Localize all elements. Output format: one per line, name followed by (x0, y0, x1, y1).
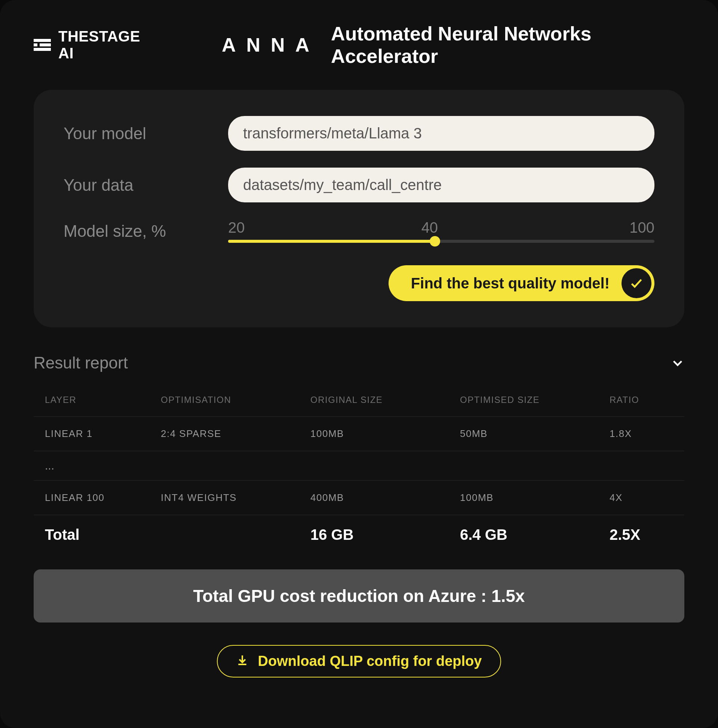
slider-fill (228, 240, 435, 243)
slider-track[interactable] (228, 240, 654, 243)
table-row-total: Total 16 GB 6.4 GB 2.5X (34, 515, 684, 554)
report-table: LAYER OPTIMISATION ORIGINAL SIZE OPTIMIS… (34, 384, 684, 554)
report-header[interactable]: Result report (34, 353, 684, 372)
cell-ratio: 4X (610, 492, 673, 503)
page-title: ANNA Automated Neural Networks Accelerat… (222, 23, 684, 67)
brand-name: THESTAGE AI (58, 28, 154, 62)
table-header-row: LAYER OPTIMISATION ORIGINAL SIZE OPTIMIS… (34, 384, 684, 417)
total-label: Total (45, 526, 161, 543)
col-optimised-size: OPTIMISED SIZE (460, 395, 610, 405)
logo-icon (34, 39, 51, 51)
find-model-button[interactable]: Find the best quality model! (388, 265, 654, 301)
brand-logo: THESTAGE AI (34, 28, 154, 62)
model-row: Your model (64, 116, 654, 151)
config-card: Your model Your data Model size, % 20 40… (34, 90, 684, 327)
download-label: Download QLIP config for deploy (258, 653, 482, 669)
slider-tick-min: 20 (228, 219, 245, 236)
ellipsis: ... (45, 459, 161, 472)
cell-optimised: 100MB (460, 492, 610, 503)
app-window: THESTAGE AI ANNA Automated Neural Networ… (0, 0, 718, 728)
cell-original: 100MB (310, 428, 460, 440)
cell-optimised: 50MB (460, 428, 610, 440)
size-row: Model size, % 20 40 100 (64, 219, 654, 243)
col-original-size: ORIGINAL SIZE (310, 395, 460, 405)
header: THESTAGE AI ANNA Automated Neural Networ… (34, 23, 684, 67)
slider-tick-mid: 40 (422, 219, 438, 236)
data-row: Your data (64, 168, 654, 202)
chevron-down-icon (671, 356, 684, 370)
table-row: LINEAR 1 2:4 SPARSE 100MB 50MB 1.8X (34, 417, 684, 451)
download-config-button[interactable]: Download QLIP config for deploy (217, 645, 501, 678)
table-row: LINEAR 100 INT4 WEIGHTS 400MB 100MB 4X (34, 481, 684, 515)
slider-thumb[interactable] (430, 236, 440, 246)
table-row-ellipsis: ... (34, 451, 684, 481)
cell-optimisation: INT4 WEIGHTS (161, 492, 310, 503)
cost-reduction-banner: Total GPU cost reduction on Azure : 1.5x (34, 569, 684, 622)
download-icon (236, 653, 248, 669)
total-original: 16 GB (310, 526, 460, 543)
model-input[interactable] (228, 116, 654, 151)
cell-optimisation: 2:4 SPARSE (161, 428, 310, 440)
col-optimisation: OPTIMISATION (161, 395, 310, 405)
col-layer: LAYER (45, 395, 161, 405)
model-size-slider[interactable]: 20 40 100 (228, 219, 654, 243)
total-optimised: 6.4 GB (460, 526, 610, 543)
col-ratio: RATIO (610, 395, 673, 405)
cell-original: 400MB (310, 492, 460, 503)
anna-wordmark: ANNA (222, 34, 320, 56)
slider-tick-max: 100 (629, 219, 654, 236)
data-input[interactable] (228, 168, 654, 202)
check-icon (621, 268, 652, 299)
total-ratio: 2.5X (610, 526, 673, 543)
size-label: Model size, % (64, 222, 206, 240)
report-title: Result report (34, 353, 128, 372)
cta-label: Find the best quality model! (411, 275, 610, 292)
anna-subtitle: Automated Neural Networks Accelerator (331, 23, 684, 67)
cell-ratio: 1.8X (610, 428, 673, 440)
cell-layer: LINEAR 100 (45, 492, 161, 503)
cell-layer: LINEAR 1 (45, 428, 161, 440)
data-label: Your data (64, 176, 206, 194)
model-label: Your model (64, 124, 206, 143)
